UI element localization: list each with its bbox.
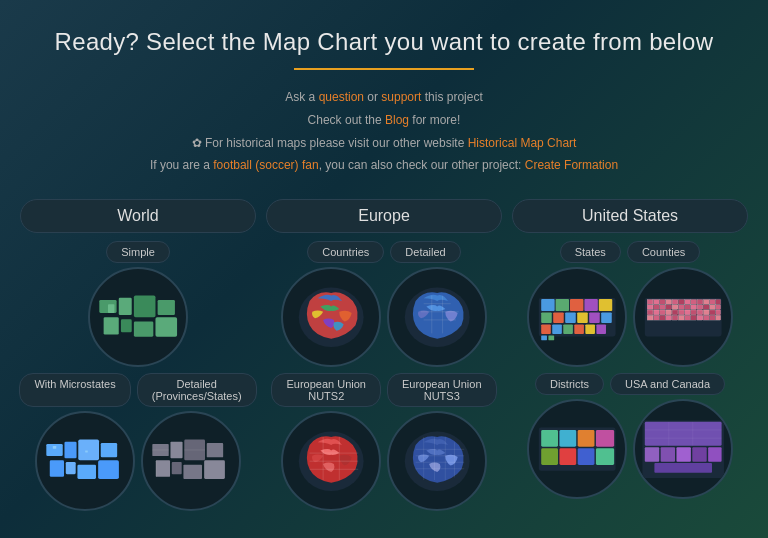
svg-rect-80 <box>691 299 697 304</box>
us-counties-item[interactable] <box>633 267 733 367</box>
svg-rect-107 <box>709 310 715 315</box>
world-row2-maps <box>20 411 256 511</box>
svg-rect-71 <box>548 335 554 340</box>
svg-rect-68 <box>585 324 595 334</box>
formation-link[interactable]: Create Formation <box>525 158 618 172</box>
world-detailed-label: Detailed(Provinces/States) <box>137 373 257 407</box>
page-wrapper: Ready? Select the Map Chart you want to … <box>0 0 768 537</box>
svg-rect-129 <box>596 448 614 465</box>
world-microstates-svg <box>42 418 128 504</box>
eu-nuts3-map[interactable] <box>387 411 487 511</box>
svg-rect-60 <box>565 312 576 323</box>
svg-rect-53 <box>541 299 554 311</box>
europe-detailed-label: Detailed <box>390 241 460 263</box>
blog-link[interactable]: Blog <box>385 113 409 127</box>
svg-rect-95 <box>709 305 715 310</box>
info-line1: Ask a question or support this project <box>20 86 748 109</box>
svg-rect-116 <box>691 315 697 320</box>
svg-rect-112 <box>666 315 672 320</box>
us-canada-item[interactable] <box>633 399 733 499</box>
us-canada-label: USA and Canada <box>610 373 725 395</box>
eu-nuts2-item[interactable] <box>281 411 381 511</box>
columns-wrapper: World Simple <box>20 199 748 517</box>
us-canada-map[interactable] <box>633 399 733 499</box>
us-states-svg <box>534 274 620 360</box>
us-counties-svg <box>640 274 726 360</box>
question-link[interactable]: question <box>319 90 364 104</box>
world-simple-item[interactable] <box>88 267 188 367</box>
svg-rect-82 <box>703 299 709 304</box>
world-microstates-map[interactable] <box>35 411 135 511</box>
europe-countries-map[interactable] <box>281 267 381 367</box>
title-underline <box>294 68 474 70</box>
svg-rect-9 <box>46 444 62 456</box>
svg-rect-11 <box>78 440 99 461</box>
info-line4: If you are a football (soccer) fan, you … <box>20 154 748 177</box>
svg-rect-126 <box>541 448 558 465</box>
svg-rect-137 <box>654 463 712 473</box>
svg-rect-123 <box>559 430 576 447</box>
svg-rect-132 <box>645 447 659 461</box>
us-states-label: States <box>560 241 621 263</box>
svg-rect-133 <box>660 447 674 461</box>
svg-rect-10 <box>64 442 76 458</box>
us-states-item[interactable] <box>527 267 627 367</box>
europe-row2-labels: European UnionNUTS2 European UnionNUTS3 <box>266 373 502 407</box>
us-row2-maps <box>512 399 748 499</box>
europe-countries-item[interactable] <box>281 267 381 367</box>
us-states-map[interactable] <box>527 267 627 367</box>
world-detailed-item[interactable] <box>141 411 241 511</box>
us-districts-item[interactable] <box>527 399 627 499</box>
support-link[interactable]: support <box>381 90 421 104</box>
svg-rect-134 <box>676 447 690 461</box>
world-header: World <box>20 199 256 233</box>
europe-detailed-item[interactable] <box>387 267 487 367</box>
svg-rect-14 <box>66 462 76 474</box>
svg-rect-88 <box>666 305 672 310</box>
world-simple-map[interactable] <box>88 267 188 367</box>
svg-rect-131 <box>645 422 722 446</box>
svg-rect-58 <box>541 312 552 323</box>
svg-rect-103 <box>684 310 690 315</box>
svg-rect-79 <box>684 299 690 304</box>
historical-map-link[interactable]: Historical Map Chart <box>468 136 577 150</box>
svg-rect-73 <box>647 299 653 304</box>
us-canada-svg <box>640 406 726 492</box>
europe-row2-maps <box>266 411 502 511</box>
svg-rect-113 <box>672 315 678 320</box>
svg-rect-4 <box>103 317 118 334</box>
us-counties-label: Counties <box>627 241 700 263</box>
us-counties-map[interactable] <box>633 267 733 367</box>
svg-rect-101 <box>672 310 678 315</box>
svg-rect-64 <box>541 324 551 334</box>
svg-rect-111 <box>659 315 665 320</box>
us-districts-map[interactable] <box>527 399 627 499</box>
svg-rect-12 <box>101 443 117 457</box>
svg-rect-17 <box>53 446 56 449</box>
europe-countries-label: Countries <box>307 241 384 263</box>
svg-rect-98 <box>653 310 659 315</box>
svg-rect-94 <box>703 305 709 310</box>
svg-rect-54 <box>555 299 568 311</box>
svg-rect-2 <box>134 296 156 318</box>
us-header: United States <box>512 199 748 233</box>
svg-rect-106 <box>703 310 709 315</box>
world-microstates-item[interactable] <box>35 411 135 511</box>
svg-rect-25 <box>183 465 202 479</box>
svg-rect-5 <box>121 319 132 332</box>
world-detailed-svg <box>148 418 234 504</box>
eu-nuts3-item[interactable] <box>387 411 487 511</box>
svg-rect-90 <box>678 305 684 310</box>
svg-rect-119 <box>709 315 715 320</box>
us-column: United States States Counties <box>512 199 748 517</box>
europe-detailed-map[interactable] <box>387 267 487 367</box>
world-row1-maps <box>20 267 256 367</box>
svg-rect-26 <box>204 460 225 479</box>
svg-rect-63 <box>601 312 612 323</box>
world-detailed-map[interactable] <box>141 411 241 511</box>
eu-nuts2-map[interactable] <box>281 411 381 511</box>
football-link[interactable]: football (soccer) fan <box>213 158 318 172</box>
svg-rect-20 <box>170 442 182 458</box>
svg-rect-15 <box>77 465 96 479</box>
svg-rect-115 <box>684 315 690 320</box>
